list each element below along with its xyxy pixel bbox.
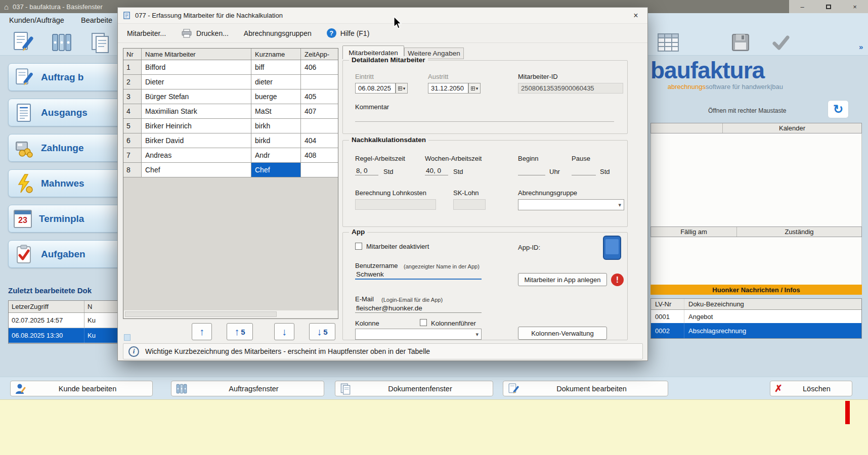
- employee-row[interactable]: 5 Birker Heinrich birkh: [123, 119, 338, 133]
- calendar-header-bar: Kalender: [650, 123, 862, 133]
- cash-register-icon: [14, 138, 34, 158]
- group-title: Detaildaten Mitarbeiter: [349, 56, 428, 64]
- sidebar-button-label: Mahnwes: [41, 178, 84, 189]
- regel-arbeitszeit-input[interactable]: 8, 0: [355, 166, 378, 175]
- calendar-grid-icon: [398, 86, 402, 90]
- col-kurzname: Kurzname: [251, 49, 301, 60]
- kolonne-select[interactable]: ▾: [355, 329, 482, 340]
- table-grid-icon[interactable]: [657, 32, 680, 53]
- mitarbeiter-id-field: 25080613535900060435: [518, 83, 623, 94]
- maximize-icon: [826, 5, 831, 9]
- doc-cell-bezeichnung: Abschlagsrechnung: [684, 323, 861, 338]
- regel-arbeitszeit-label: Regel-Arbeitszeit: [355, 155, 405, 162]
- employee-row-selected[interactable]: 8 Chef Chef: [123, 163, 338, 177]
- menu-hilfe[interactable]: ? Hilfe (F1): [327, 28, 370, 38]
- benutzername-hint: (angezeigter Name in der App): [404, 263, 480, 269]
- eintritt-datepicker-button[interactable]: ▾: [396, 83, 408, 94]
- menu-bearbeiten[interactable]: Bearbeite: [81, 16, 112, 24]
- employee-row[interactable]: 7 Andreas Andr 408: [123, 148, 338, 163]
- cell-zeitapp: 404: [301, 133, 338, 148]
- minimize-button[interactable]: –: [789, 0, 815, 13]
- document-row[interactable]: 0001 Angebot: [651, 310, 861, 323]
- menu-kunden-auftraege[interactable]: Kunden/Aufträge: [9, 16, 64, 24]
- sidebar-button-label: Zahlunge: [41, 143, 83, 154]
- binders-icon[interactable]: [51, 31, 73, 54]
- menu-mitarbeiter[interactable]: Mitarbeiter...: [127, 29, 166, 37]
- dialog-menubar: Mitarbeiter... Drucken... Abrechnungsgru…: [118, 24, 647, 43]
- employee-row[interactable]: 6 Birker David birkd 404: [123, 133, 338, 148]
- baufaktura-logo: baufaktura abrechnungssoftware für handw…: [650, 59, 783, 90]
- cell-zeitapp: [301, 163, 338, 177]
- cell-zeitapp: 406: [301, 60, 338, 74]
- mitarbeiter-in-app-anlegen-button[interactable]: Mitarbeiter in App anlegen: [518, 273, 607, 286]
- lightning-icon: [14, 173, 34, 194]
- save-icon[interactable]: [730, 32, 751, 53]
- cell-kurzname-selected: Chef: [251, 163, 301, 177]
- maximize-button[interactable]: [815, 0, 842, 13]
- move-down-5-button[interactable]: ↓ 5: [309, 323, 335, 340]
- move-down-button[interactable]: ↓: [274, 323, 294, 340]
- pause-input[interactable]: [572, 166, 596, 175]
- refresh-button[interactable]: ↻: [828, 100, 849, 118]
- invoice-list-icon: [14, 103, 34, 123]
- cell-name: Birker David: [142, 133, 251, 148]
- abrechnungsgruppe-select[interactable]: ▾: [518, 199, 624, 210]
- employee-row[interactable]: 3 Bürger Stefan buerge 405: [123, 89, 338, 104]
- cell-zeitapp: 408: [301, 148, 338, 162]
- pause-unit: Std: [600, 168, 610, 175]
- dialog-title: 077 - Erfassung Mitarbeiter für die Nach…: [135, 12, 283, 19]
- benutzername-input[interactable]: Schwenk: [355, 270, 482, 280]
- horizontal-scrollbar[interactable]: [124, 310, 338, 318]
- dokument-bearbeiten-button[interactable]: Dokument bearbeiten: [503, 381, 668, 396]
- dokumentenfenster-button[interactable]: Dokumentenfenster: [335, 381, 493, 396]
- email-input[interactable]: fleischer@huonker.de: [355, 303, 482, 313]
- document-edit-icon[interactable]: [11, 30, 34, 54]
- mitarbeiter-deaktiviert-checkbox[interactable]: [355, 243, 362, 250]
- dialog-close-button[interactable]: ×: [624, 8, 647, 24]
- employee-row[interactable]: 4 Maximilian Stark MaSt 407: [123, 104, 338, 119]
- button-label: Kunde bearbeiten: [27, 385, 148, 393]
- col-zeitapp: ZeitApp-: [301, 49, 338, 60]
- employee-row[interactable]: 1 Bifford biff 406: [123, 60, 338, 75]
- toolbar-overflow-chevron[interactable]: »: [859, 42, 863, 51]
- employee-table: Nr Name Mitarbeiter Kurzname ZeitApp- 1 …: [123, 48, 338, 319]
- col-name: Name Mitarbeiter: [142, 49, 251, 60]
- move-up-5-button[interactable]: ↑ 5: [227, 323, 253, 340]
- document-row-selected[interactable]: 0002 Abschlagsrechnung: [651, 323, 861, 338]
- mouse-cursor: [394, 16, 403, 29]
- wochen-arbeitszeit-input[interactable]: 40, 0: [425, 166, 448, 175]
- menu-drucken[interactable]: Drucken...: [181, 29, 229, 38]
- beginn-input[interactable]: [518, 166, 545, 175]
- due-header-bar: Fällig am Zuständig: [650, 226, 862, 237]
- sidebar-button-label: Terminpla: [39, 213, 84, 224]
- scrollbar-thumb[interactable]: [125, 311, 277, 317]
- sklohn-field: [453, 199, 486, 210]
- calendar-grid-icon: [471, 86, 475, 90]
- kunde-bearbeiten-button[interactable]: Kunde bearbeiten: [10, 381, 153, 396]
- eintritt-field[interactable]: 06.08.2025: [355, 83, 396, 94]
- lohnkosten-label: Berechnung Lohnkosten: [355, 189, 426, 197]
- close-button[interactable]: ×: [842, 0, 868, 13]
- move-up-button[interactable]: ↑: [192, 323, 212, 340]
- cell-zeitapp: 405: [301, 89, 338, 104]
- printer-icon: [181, 29, 192, 38]
- info-bar: i Wichtige Kurzbezeichnung des Mitarbeit…: [123, 343, 643, 359]
- austritt-datepicker-button[interactable]: ▾: [468, 83, 481, 94]
- kommentar-input[interactable]: [355, 112, 614, 122]
- dialog-titlebar: 077 - Erfassung Mitarbeiter für die Nach…: [118, 8, 647, 24]
- kolonnen-verwaltung-button[interactable]: Kolonnen-Verwaltung: [518, 327, 607, 340]
- logo-tagline: abrechnungssoftware für handwerk|bau: [650, 83, 783, 90]
- employee-row[interactable]: 2 Dieter dieter: [123, 75, 338, 89]
- cell-zeitapp: [301, 119, 338, 133]
- sidebar-button-label: Aufgaben: [41, 249, 85, 260]
- menu-abrechnungsgruppen[interactable]: Abrechnungsgruppen: [244, 29, 312, 37]
- auftragsfenster-button[interactable]: Auftragsfenster: [171, 381, 324, 396]
- button-label: Dokumentenfenster: [352, 385, 489, 393]
- kolonnenfuehrer-checkbox[interactable]: [420, 319, 427, 326]
- copy-documents-icon[interactable]: [89, 31, 111, 54]
- refresh-icon: ↻: [833, 102, 843, 116]
- loeschen-button[interactable]: ✗ Löschen: [770, 381, 852, 396]
- cell-nr: 6: [123, 133, 142, 148]
- check-icon[interactable]: [771, 32, 791, 53]
- austritt-field[interactable]: 31.12.2050: [428, 83, 468, 94]
